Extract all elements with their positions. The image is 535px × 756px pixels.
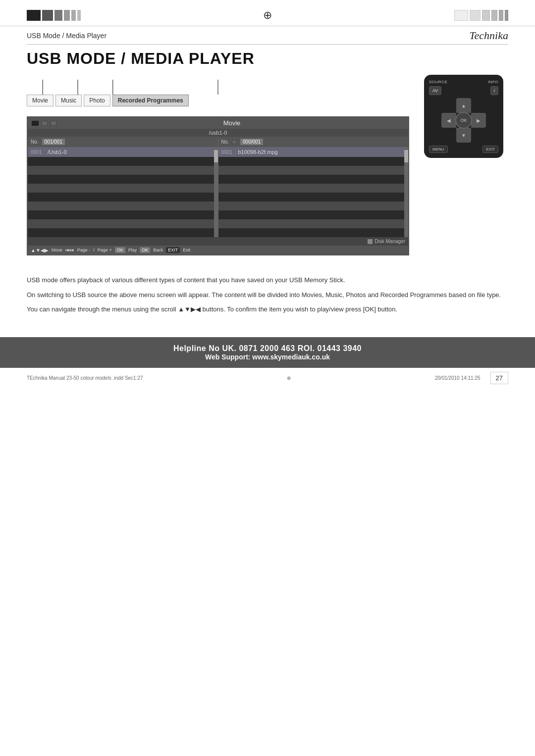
up-arrow-icon: ▲	[461, 103, 466, 108]
tab-movie[interactable]: Movie	[27, 95, 54, 106]
column-left: No. 001/001 0001 /Usb1-0	[28, 137, 218, 237]
stripe-6	[77, 10, 81, 21]
disk-icon	[368, 239, 373, 244]
screen-title: Movie	[223, 119, 241, 127]
disk-manager-label: Disk Manager	[374, 239, 405, 244]
path-bar: /usb1-0	[28, 129, 408, 137]
row-right-dark-2	[218, 175, 409, 184]
footer-helpline: Helpline No UK. 0871 2000 463 ROI. 01443…	[27, 344, 508, 353]
page-bottom: TEchnika Manual 23-50 colour models .ind…	[0, 368, 535, 388]
menu-button[interactable]: MENU	[429, 146, 448, 153]
row-right-gray-2	[218, 184, 409, 193]
row-left-gray-4	[28, 219, 218, 228]
stripe-5	[71, 10, 76, 21]
row-right-dark-1	[218, 157, 409, 166]
remote-bottom-labels: MENU EXIT	[429, 146, 498, 153]
file-icon	[51, 121, 56, 126]
body-para-1: USB mode offers playback of various diff…	[27, 275, 508, 285]
stripe-r4	[491, 10, 497, 21]
remote-body: SOURCE INFO AV i ▲ ▼ ◀ ▶	[424, 75, 503, 158]
folder-icon	[42, 121, 48, 126]
av-button[interactable]: AV	[429, 86, 441, 95]
page-prev-label: Page -	[77, 248, 91, 252]
print-info-right: 20/01/2010 14:11:25	[435, 375, 481, 381]
stripe-r3	[482, 10, 490, 21]
tab-recorded-programmes[interactable]: Recorded Programmes	[112, 95, 189, 106]
remote-top-labels: SOURCE INFO	[429, 80, 498, 84]
page-title: USB MODE / MEDIA PLAYER	[27, 50, 508, 68]
col-right-counter: 000/001	[240, 138, 264, 146]
info-button[interactable]: i	[490, 86, 498, 95]
exit2-label: Exit	[183, 248, 190, 252]
diagram-area: Movie Music Photo Recorded Programmes	[27, 75, 409, 114]
stripes-left	[27, 10, 81, 21]
col-left-label: No.	[31, 139, 39, 145]
file-name-left-1: /Usb1-0	[48, 149, 215, 155]
ok-center-button[interactable]: OK	[455, 112, 472, 129]
crosshair-icon: ⊕	[263, 9, 272, 22]
row-left-gray-1	[28, 166, 218, 175]
back-label: Back	[153, 248, 163, 252]
row-left-dark-4	[28, 210, 218, 219]
row-left-dark-5	[28, 228, 218, 237]
left-scrollbar[interactable]	[214, 148, 218, 237]
file-row-left-1[interactable]: 0001 /Usb1-0	[28, 147, 218, 157]
play-label: Play	[128, 248, 137, 252]
column-right: No. 000/001 0001 b10098-b2f.mpg	[218, 137, 409, 237]
down-arrow-icon: ▼	[461, 133, 466, 138]
col-right-icon	[232, 140, 237, 144]
brand-name: Technika	[469, 29, 508, 42]
tab-row: Movie Music Photo Recorded Programmes	[27, 95, 189, 106]
dpad-right-button[interactable]: ▶	[471, 113, 486, 128]
remote-container: SOURCE INFO AV i ▲ ▼ ◀ ▶	[419, 75, 508, 158]
stop-icon	[32, 121, 39, 126]
col-left-header: No. 001/001	[28, 137, 218, 147]
dpad-up-button[interactable]: ▲	[456, 98, 471, 113]
exit-btn[interactable]: EXIT	[166, 247, 180, 253]
left-arrow-icon: ◀	[447, 118, 451, 123]
body-para-2: On switching to USB source the above men…	[27, 290, 508, 300]
page-next-label: Page +	[98, 248, 112, 252]
header-bar: ⊕	[0, 0, 535, 26]
row-right-dark-3	[218, 193, 409, 202]
stripes-right	[454, 10, 508, 21]
row-right-gray-4	[218, 219, 409, 228]
screen-bottom-bar: Disk Manager	[28, 237, 408, 246]
file-num-right-1: 0001	[221, 150, 235, 155]
stripe-r1	[454, 10, 468, 21]
row-left-dark-1	[28, 157, 218, 166]
tab-music[interactable]: Music	[55, 95, 82, 106]
file-name-right-1: b10098-b2f.mpg	[238, 149, 406, 155]
row-left-dark-2	[28, 175, 218, 184]
stripe-1	[27, 10, 41, 21]
header-subtitle-row: USB Mode / Media Player Technika	[0, 26, 535, 44]
source-label: SOURCE	[429, 80, 447, 84]
col-left-counter: 001/001	[42, 138, 65, 146]
screen-columns: No. 001/001 0001 /Usb1-0	[28, 137, 408, 237]
ok-btn[interactable]: OK	[115, 247, 125, 253]
stripe-r2	[470, 10, 481, 21]
body-para-3: You can navigate through the menus using…	[27, 304, 508, 314]
body-text-section: USB mode offers playback of various diff…	[0, 265, 535, 327]
main-content: Movie Music Photo Recorded Programmes	[0, 75, 535, 265]
stripe-2	[42, 10, 53, 21]
stripe-r5	[499, 10, 503, 21]
exit-button[interactable]: EXIT	[482, 146, 498, 153]
prev-next-icons: ⏮⏭	[65, 248, 74, 252]
right-scrollbar-thumb	[404, 150, 408, 162]
tv-screen-container: Movie Music Photo Recorded Programmes	[27, 75, 409, 255]
file-num-left-1: 0001	[31, 150, 45, 155]
dpad-left-button[interactable]: ◀	[441, 113, 456, 128]
right-scrollbar[interactable]	[404, 148, 408, 237]
ok-btn-2[interactable]: OK	[140, 247, 150, 253]
stripe-3	[54, 10, 62, 21]
tab-photo[interactable]: Photo	[84, 95, 110, 106]
col-right-header: No. 000/001	[218, 137, 409, 147]
stripe-4	[64, 10, 70, 21]
media-player-screen: Movie /usb1-0 No. 001/001 0001 /Usb1-0	[27, 116, 409, 255]
dpad-down-button[interactable]: ▼	[456, 128, 471, 143]
file-row-right-1[interactable]: 0001 b10098-b2f.mpg	[218, 147, 409, 157]
remote-dpad: ▲ ▼ ◀ ▶ OK	[441, 98, 486, 143]
stripe-r6	[505, 10, 508, 21]
print-info-left: TEchnika Manual 23-50 colour models .ind…	[27, 375, 143, 381]
